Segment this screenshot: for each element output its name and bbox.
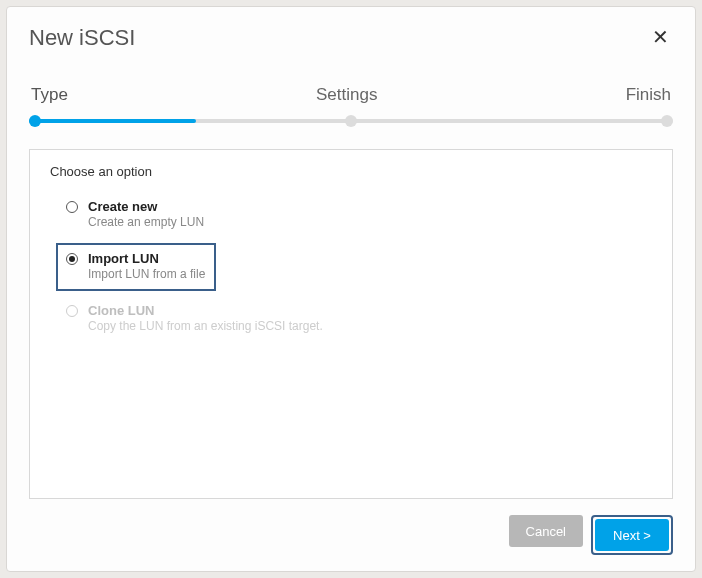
option-label: Clone LUN [88,303,323,318]
option-desc: Import LUN from a file [88,267,205,281]
radio-import-lun[interactable] [66,253,78,265]
wizard-steps: Type Settings Finish [29,85,673,127]
dialog-footer: Cancel Next > [29,515,673,555]
dialog-header: New iSCSI ✕ [29,25,673,51]
cancel-button[interactable]: Cancel [509,515,583,547]
step-label-finish: Finish [626,85,671,105]
option-create-new[interactable]: Create new Create an empty LUN [56,191,216,239]
option-label: Import LUN [88,251,205,266]
step-label-settings: Settings [316,85,377,105]
option-import-lun[interactable]: Import LUN Import LUN from a file [56,243,216,291]
new-iscsi-dialog: New iSCSI ✕ Type Settings Finish Choose … [6,6,696,572]
radio-create-new[interactable] [66,201,78,213]
option-desc: Create an empty LUN [88,215,204,229]
options-panel: Choose an option Create new Create an em… [29,149,673,499]
step-labels: Type Settings Finish [29,85,673,105]
close-icon[interactable]: ✕ [648,25,673,49]
option-clone-lun: Clone LUN Copy the LUN from an existing … [56,295,333,343]
dialog-title: New iSCSI [29,25,135,51]
step-label-type: Type [31,85,68,105]
step-dot-type [29,115,41,127]
step-track [29,115,673,127]
step-dot-finish [661,115,673,127]
next-button[interactable]: Next > [595,519,669,551]
panel-title: Choose an option [50,164,652,179]
option-desc: Copy the LUN from an existing iSCSI targ… [88,319,323,333]
step-fill [29,119,196,123]
option-label: Create new [88,199,204,214]
step-dot-settings [345,115,357,127]
next-button-highlight: Next > [591,515,673,555]
radio-clone-lun [66,305,78,317]
